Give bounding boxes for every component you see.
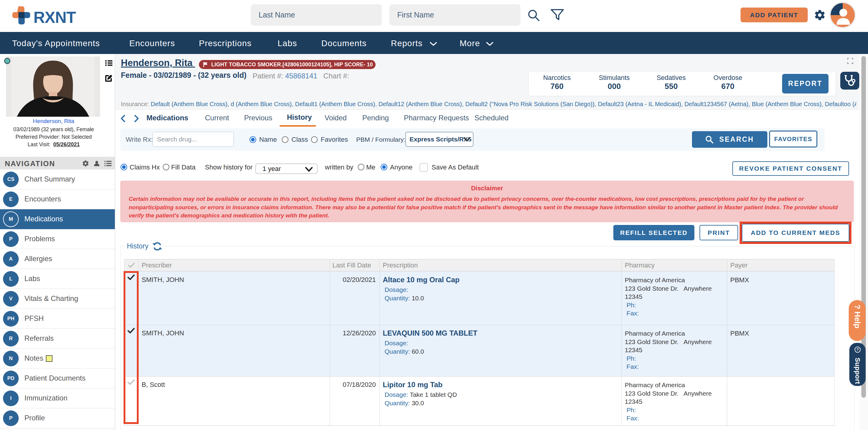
svg-text:?: ? — [857, 347, 859, 352]
svg-text:RXNT: RXNT — [33, 8, 76, 25]
